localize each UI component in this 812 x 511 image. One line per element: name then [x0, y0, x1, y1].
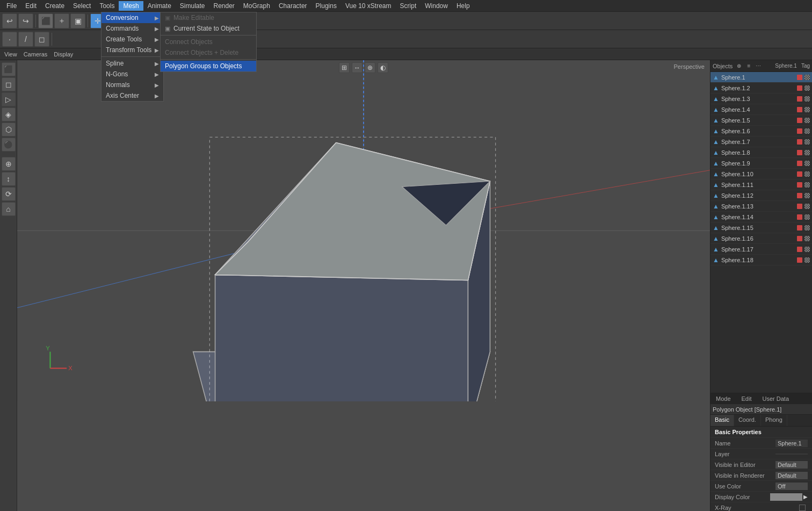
- prop-visible-renderer-row: Visible in Renderer Default: [711, 470, 812, 481]
- obj-color-dot-13: [797, 214, 802, 220]
- menu-window[interactable]: Window: [421, 1, 452, 11]
- menu-select[interactable]: Select: [69, 1, 95, 11]
- display-color-arrow[interactable]: ▶: [803, 494, 808, 500]
- tool-0[interactable]: ⬛: [2, 62, 16, 76]
- layer-value[interactable]: [775, 454, 808, 455]
- right-panel-icon-group: ⊕ ≡ ⋯: [735, 62, 763, 70]
- menu-script[interactable]: Script: [396, 1, 421, 11]
- add-button[interactable]: ＋: [54, 13, 69, 28]
- commands-arrow: ▶: [155, 26, 159, 32]
- visible-renderer-value[interactable]: Default: [775, 472, 808, 479]
- display-menu[interactable]: Display: [54, 51, 73, 57]
- name-value[interactable]: Sphere.1: [775, 440, 808, 447]
- object-icon-2: ▲: [713, 95, 719, 103]
- object-row-16[interactable]: ▲ Sphere.1.17: [711, 244, 812, 255]
- object-row-1[interactable]: ▲ Sphere.1.2: [711, 83, 812, 93]
- view-menu[interactable]: View: [4, 51, 17, 57]
- menu-create[interactable]: Create: [41, 1, 69, 11]
- object-row-17[interactable]: ▲ Sphere.1.18: [711, 255, 812, 265]
- menu-help[interactable]: Help: [452, 1, 474, 11]
- menu-mograph[interactable]: MoGraph: [239, 1, 274, 11]
- object-row-13[interactable]: ▲ Sphere.1.14: [711, 212, 812, 222]
- menu-plugins[interactable]: Plugins: [311, 1, 341, 11]
- visible-editor-value[interactable]: Default: [775, 461, 808, 469]
- cameras-menu[interactable]: Cameras: [24, 51, 48, 57]
- tool-5[interactable]: ⚫: [2, 138, 16, 152]
- menu-vue[interactable]: Vue 10 xStream: [341, 1, 396, 11]
- conversion-item[interactable]: Conversion ▶: [102, 12, 163, 23]
- make-editable-item: ▣ Make Editable: [161, 12, 256, 23]
- viewport[interactable]: Y X Perspective ⊞ ↔ ⊕ ◐: [17, 60, 710, 511]
- basic-tab[interactable]: Basic: [711, 415, 734, 426]
- vp-icon-3[interactable]: ⊕: [365, 62, 375, 73]
- object-row-2[interactable]: ▲ Sphere.1.3: [711, 93, 812, 104]
- menu-mesh[interactable]: Mesh: [119, 1, 143, 11]
- objects-header-label: Objects: [713, 63, 733, 69]
- object-row-0[interactable]: ▲ Sphere.1: [711, 72, 812, 83]
- menu-animate[interactable]: Animate: [143, 1, 176, 11]
- tool-6[interactable]: ⊕: [2, 157, 16, 171]
- edit-tab[interactable]: Edit: [738, 394, 755, 403]
- tool-8[interactable]: ⟳: [2, 187, 16, 201]
- object-row-6[interactable]: ▲ Sphere.1.7: [711, 136, 812, 147]
- object-row-14[interactable]: ▲ Sphere.1.15: [711, 222, 812, 233]
- object-row-4[interactable]: ▲ Sphere.1.5: [711, 115, 812, 126]
- poly-mode[interactable]: ◻: [34, 32, 49, 47]
- rp-icon-3[interactable]: ⋯: [754, 62, 763, 70]
- object-row-8[interactable]: ▲ Sphere.1.9: [711, 158, 812, 169]
- edge-mode[interactable]: /: [18, 32, 33, 47]
- rp-icon-2[interactable]: ≡: [744, 62, 753, 70]
- menu-file[interactable]: File: [2, 1, 21, 11]
- current-state-item[interactable]: ▣ Current State to Object: [161, 23, 256, 34]
- tool-2[interactable]: ▷: [2, 92, 16, 106]
- menu-simulate[interactable]: Simulate: [176, 1, 209, 11]
- rp-icon-1[interactable]: ⊕: [735, 62, 743, 70]
- phong-tab[interactable]: Phong: [761, 415, 787, 426]
- object-row-3[interactable]: ▲ Sphere.1.4: [711, 104, 812, 115]
- menu-edit[interactable]: Edit: [21, 1, 41, 11]
- normals-arrow: ▶: [155, 82, 159, 88]
- menu-tools[interactable]: Tools: [95, 1, 119, 11]
- commands-item[interactable]: Commands ▶: [102, 23, 163, 34]
- tool-1[interactable]: ◻: [2, 77, 16, 91]
- menu-character[interactable]: Character: [274, 1, 311, 11]
- tool-9[interactable]: ⌂: [2, 202, 16, 216]
- new-object-button[interactable]: ⬛: [38, 13, 53, 28]
- object-row-15[interactable]: ▲ Sphere.1.16: [711, 233, 812, 244]
- ngons-item[interactable]: N-Gons ▶: [102, 69, 163, 80]
- frame-button[interactable]: ▣: [70, 13, 85, 28]
- mode-tab[interactable]: Mode: [713, 394, 734, 403]
- tool-3[interactable]: ◈: [2, 107, 16, 121]
- vp-icon-4[interactable]: ◐: [378, 62, 388, 73]
- conv-sep-2: [161, 59, 256, 60]
- object-name-17: Sphere.1.18: [721, 257, 795, 263]
- vp-icon-2[interactable]: ↔: [352, 62, 363, 73]
- mesh-dropdown: Conversion ▶ Commands ▶ Create Tools ▶ T…: [101, 12, 164, 102]
- tool-7[interactable]: ↕: [2, 172, 16, 186]
- tool-4[interactable]: ⬡: [2, 123, 16, 136]
- object-row-10[interactable]: ▲ Sphere.1.11: [711, 179, 812, 190]
- coord-tab[interactable]: Coord.: [734, 415, 761, 426]
- create-tools-item[interactable]: Create Tools ▶: [102, 34, 163, 45]
- use-color-value[interactable]: Off: [775, 483, 808, 490]
- menu-render[interactable]: Render: [209, 1, 239, 11]
- object-row-7[interactable]: ▲ Sphere.1.8: [711, 147, 812, 158]
- display-color-value[interactable]: [770, 493, 802, 501]
- redo-button[interactable]: ↪: [18, 13, 33, 28]
- normals-item[interactable]: Normals ▶: [102, 80, 163, 90]
- spline-item[interactable]: Spline ▶: [102, 58, 163, 69]
- userdata-tab[interactable]: User Data: [759, 394, 793, 403]
- object-row-12[interactable]: ▲ Sphere.1.13: [711, 201, 812, 212]
- object-row-9[interactable]: ▲ Sphere.1.10: [711, 169, 812, 179]
- xray-checkbox[interactable]: [799, 505, 806, 511]
- undo-button[interactable]: ↩: [2, 13, 17, 28]
- object-row-11[interactable]: ▲ Sphere.1.12: [711, 190, 812, 201]
- object-row-5[interactable]: ▲ Sphere.1.6: [711, 126, 812, 136]
- transform-tools-item[interactable]: Transform Tools ▶: [102, 45, 163, 55]
- vp-icon-1[interactable]: ⊞: [339, 62, 350, 73]
- vertex-mode[interactable]: ·: [2, 32, 17, 47]
- axis-center-item[interactable]: Axis Center ▶: [102, 90, 163, 101]
- polygon-groups-item[interactable]: Polygon Groups to Objects: [161, 61, 256, 71]
- object-name-14: Sphere.1.15: [721, 225, 795, 231]
- obj-color-dot-14: [797, 225, 802, 231]
